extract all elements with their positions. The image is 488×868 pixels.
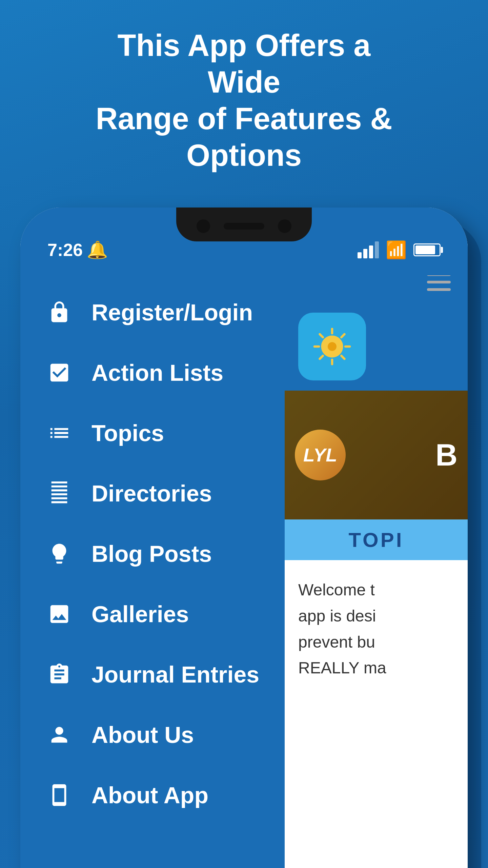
menu-label-directories: Directories [92,480,212,507]
svg-line-7 [341,356,344,359]
phone-mockup: 7:26 🔔 📶 [20,208,468,868]
page-title: This App Offers a Wide Range of Features… [92,27,396,174]
menu-label-register-login: Register/Login [92,299,253,326]
menu-label-galleries: Galleries [92,601,189,627]
topics-label: TOPI [349,528,404,552]
notch-cutout [176,208,312,241]
sensor-dot [278,219,291,233]
checklist-icon [44,357,75,388]
user-icon [44,719,75,750]
menu-item-journal-entries[interactable]: Journal Entries [37,644,268,705]
topics-banner: TOPI [285,519,468,560]
signal-icon [358,241,379,258]
topics-list-icon [44,418,75,448]
time-display: 7:26 [47,240,83,260]
lightbulb-icon [44,538,75,569]
menu-item-about-us[interactable]: About Us [37,705,268,765]
app-logo-area [285,302,468,391]
banner-area: LYL B [285,391,468,519]
image-icon [44,599,75,629]
notebook-icon [44,659,75,690]
menu-item-action-lists[interactable]: Action Lists [37,342,268,403]
screen-content: Register/Login Action Lists [20,262,468,868]
svg-point-1 [328,342,337,351]
notification-bell-icon: 🔔 [87,240,108,260]
camera-dot [197,219,210,233]
lyl-logo-circle: LYL [295,430,346,480]
status-bar: 7:26 🔔 📶 [20,208,468,275]
app-logo [298,313,366,380]
svg-line-9 [320,356,323,359]
menu-label-blog-posts: Blog Posts [92,540,212,567]
menu-label-topics: Topics [92,420,164,446]
phone-screen: 7:26 🔔 📶 [20,208,468,868]
menu-label-about-app: About App [92,782,208,808]
menu-item-register-login[interactable]: Register/Login [37,282,268,342]
mobile-icon [44,780,75,810]
menu-item-topics[interactable]: Topics [37,403,268,463]
wifi-icon: 📶 [386,240,407,260]
menu-label-action-lists: Action Lists [92,359,223,386]
menu-item-directories[interactable]: Directories [37,463,268,524]
status-right: 📶 [358,240,441,260]
menu-label-about-us: About Us [92,722,194,748]
lyl-text: LYL [303,444,337,466]
svg-line-8 [341,334,344,337]
menu-item-about-app[interactable]: About App [37,765,268,825]
welcome-content-area: Welcome t app is desi prevent bu REALLY … [285,560,468,868]
lock-icon [44,297,75,328]
header-section: This App Offers a Wide Range of Features… [92,0,396,174]
content-panel: LYL B TOPI Welcome t app is desi prevent… [285,262,468,868]
banner-letter-b: B [435,438,458,473]
menu-item-galleries[interactable]: Galleries [37,584,268,644]
address-book-icon [44,478,75,509]
battery-icon [413,243,441,256]
menu-label-journal-entries: Journal Entries [92,661,259,688]
menu-panel: Register/Login Action Lists [20,262,285,868]
hamburger-menu-icon[interactable] [427,273,451,291]
welcome-text: Welcome t app is desi prevent bu REALLY … [298,577,454,681]
status-left: 7:26 🔔 [47,240,108,260]
speaker-bar [224,223,264,230]
menu-item-blog-posts[interactable]: Blog Posts [37,524,268,584]
svg-line-6 [320,334,323,337]
